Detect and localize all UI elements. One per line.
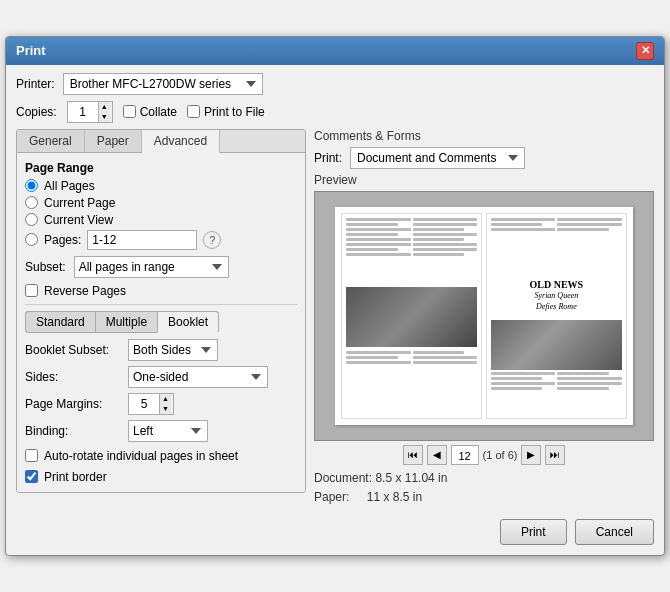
main-area: General Paper Advanced Page Range All Pa… <box>16 129 654 507</box>
sides-label: Sides: <box>25 370 120 384</box>
margins-row: Page Margins: ▲ ▼ <box>25 393 297 415</box>
sides-select[interactable]: One-sided <box>128 366 268 388</box>
print-button[interactable]: Print <box>500 519 567 545</box>
left-panel: General Paper Advanced Page Range All Pa… <box>16 129 306 507</box>
reverse-pages-checkbox[interactable] <box>25 284 38 297</box>
line <box>491 372 555 375</box>
line <box>491 387 542 390</box>
line <box>413 243 477 246</box>
line <box>413 351 464 354</box>
print-border-checkbox[interactable] <box>25 470 38 483</box>
preview-left-image <box>346 287 477 347</box>
doc-label: Document: <box>314 471 372 485</box>
current-page-radio[interactable] <box>25 196 38 209</box>
binding-select[interactable]: Left <box>128 420 208 442</box>
subset-label: Subset: <box>25 260 66 274</box>
collate-label: Collate <box>140 105 177 119</box>
line <box>557 382 621 385</box>
subset-row: Subset: All pages in range <box>25 256 297 278</box>
sub-tab-multiple[interactable]: Multiple <box>95 311 157 333</box>
printer-label: Printer: <box>16 77 55 91</box>
printer-select[interactable]: Brother MFC-L2700DW series <box>63 73 263 95</box>
line <box>346 351 410 354</box>
all-pages-row: All Pages <box>25 179 297 193</box>
copies-decrement[interactable]: ▼ <box>99 112 110 122</box>
text-col-r2 <box>557 218 621 260</box>
tabs-header: General Paper Advanced <box>17 130 305 153</box>
line <box>413 233 477 236</box>
first-page-button[interactable]: ⏮ <box>403 445 423 465</box>
line <box>346 243 410 246</box>
current-view-row: Current View <box>25 213 297 227</box>
sub-tab-booklet[interactable]: Booklet <box>157 311 219 333</box>
line <box>557 372 608 375</box>
copies-increment[interactable]: ▲ <box>99 102 110 112</box>
pages-row: Pages: ? <box>25 230 297 250</box>
next-page-button[interactable]: ▶ <box>521 445 541 465</box>
last-page-button[interactable]: ⏭ <box>545 445 565 465</box>
print-to-file-row: Print to File <box>187 105 265 119</box>
sub-tab-standard[interactable]: Standard <box>25 311 95 333</box>
current-page-row: Current Page <box>25 196 297 210</box>
cancel-button[interactable]: Cancel <box>575 519 654 545</box>
auto-rotate-checkbox[interactable] <box>25 449 38 462</box>
dialog-body: Printer: Brother MFC-L2700DW series Copi… <box>6 65 664 555</box>
pages-help-button[interactable]: ? <box>203 231 221 249</box>
right-col-lines <box>491 218 622 260</box>
close-button[interactable]: ✕ <box>636 42 654 60</box>
margins-label: Page Margins: <box>25 397 120 411</box>
text-col-r4 <box>557 372 621 414</box>
print-to-file-checkbox[interactable] <box>187 105 200 118</box>
binding-row: Binding: Left <box>25 420 297 442</box>
tab-paper[interactable]: Paper <box>85 130 142 152</box>
doc-value: 8.5 x 11.04 in <box>375 471 447 485</box>
prev-page-button[interactable]: ◀ <box>427 445 447 465</box>
booklet-options: Booklet Subset: Both Sides Sides: One-si… <box>25 339 297 484</box>
preview-box: OLD NEWS Syrian Queen Defies Rome <box>314 191 654 441</box>
print-label: Print: <box>314 151 342 165</box>
tab-advanced[interactable]: Advanced <box>142 130 220 153</box>
pages-radio[interactable] <box>25 233 38 246</box>
line <box>557 377 621 380</box>
margin-decrement[interactable]: ▼ <box>160 404 171 414</box>
line <box>557 387 608 390</box>
print-dialog: Print ✕ Printer: Brother MFC-L2700DW ser… <box>5 36 665 556</box>
line <box>346 223 397 226</box>
preview-columns <box>346 218 477 281</box>
tabs-container: General Paper Advanced Page Range All Pa… <box>16 129 306 493</box>
preview-right-image <box>491 320 622 370</box>
line <box>557 218 621 221</box>
right-panel: Comments & Forms Print: Document and Com… <box>314 129 654 507</box>
preview-label: Preview <box>314 173 654 187</box>
preview-inner: OLD NEWS Syrian Queen Defies Rome <box>335 207 632 425</box>
line <box>557 228 608 231</box>
doc-comments-select[interactable]: Document and Comments <box>350 147 525 169</box>
current-view-radio[interactable] <box>25 213 38 226</box>
line <box>346 253 410 256</box>
copies-spinner-buttons: ▲ ▼ <box>98 102 110 122</box>
booklet-subset-label: Booklet Subset: <box>25 343 120 357</box>
tab-general[interactable]: General <box>17 130 85 152</box>
line <box>413 223 477 226</box>
booklet-subset-select[interactable]: Both Sides <box>128 339 218 361</box>
copies-input[interactable] <box>68 102 98 122</box>
subheadline2: Defies Rome <box>491 302 622 312</box>
margin-input[interactable] <box>129 394 159 414</box>
all-pages-radio[interactable] <box>25 179 38 192</box>
margin-increment[interactable]: ▲ <box>160 394 171 404</box>
right-bottom-cols <box>491 372 622 414</box>
reverse-pages-row: Reverse Pages <box>25 284 297 298</box>
page-number-box: 12 <box>451 445 479 465</box>
title-bar: Print ✕ <box>6 37 664 65</box>
line <box>413 228 464 231</box>
line <box>413 238 464 241</box>
collate-checkbox[interactable] <box>123 105 136 118</box>
pages-input[interactable] <box>87 230 197 250</box>
text-col-r3 <box>491 372 555 414</box>
paper-value: 11 x 8.5 in <box>367 490 422 504</box>
subset-select[interactable]: All pages in range <box>74 256 229 278</box>
all-pages-label: All Pages <box>44 179 95 193</box>
collate-row: Collate <box>123 105 177 119</box>
page-range-section: Page Range All Pages Current Page <box>25 161 297 250</box>
line <box>491 382 555 385</box>
